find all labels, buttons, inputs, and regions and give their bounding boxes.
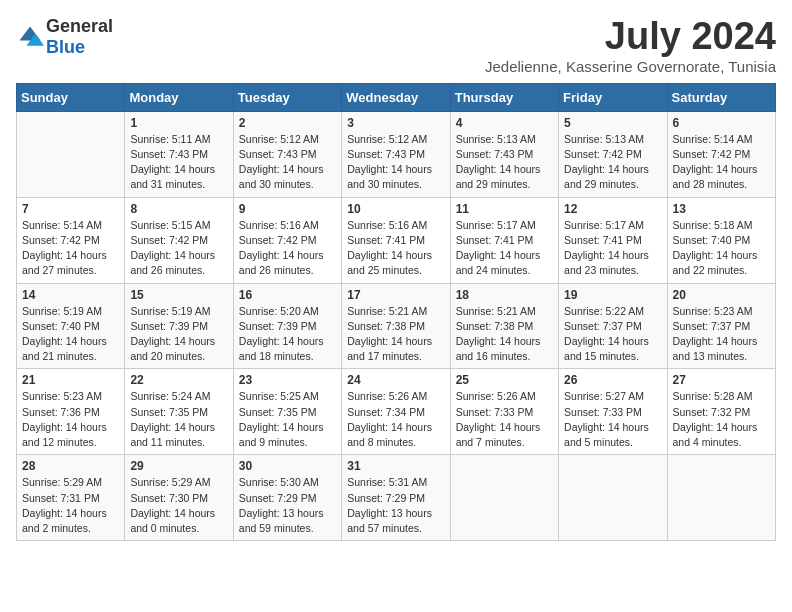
day-info: Sunrise: 5:13 AMSunset: 7:43 PMDaylight:…: [456, 132, 553, 193]
day-number: 30: [239, 459, 336, 473]
day-number: 13: [673, 202, 770, 216]
calendar-table: SundayMondayTuesdayWednesdayThursdayFrid…: [16, 83, 776, 541]
logo-blue-text: Blue: [46, 37, 85, 57]
day-number: 25: [456, 373, 553, 387]
calendar-cell: 26Sunrise: 5:27 AMSunset: 7:33 PMDayligh…: [559, 369, 667, 455]
day-number: 16: [239, 288, 336, 302]
day-number: 15: [130, 288, 227, 302]
calendar-week-4: 21Sunrise: 5:23 AMSunset: 7:36 PMDayligh…: [17, 369, 776, 455]
day-info: Sunrise: 5:20 AMSunset: 7:39 PMDaylight:…: [239, 304, 336, 365]
day-number: 19: [564, 288, 661, 302]
calendar-cell: 1Sunrise: 5:11 AMSunset: 7:43 PMDaylight…: [125, 111, 233, 197]
calendar-week-3: 14Sunrise: 5:19 AMSunset: 7:40 PMDayligh…: [17, 283, 776, 369]
day-number: 12: [564, 202, 661, 216]
calendar-cell: 13Sunrise: 5:18 AMSunset: 7:40 PMDayligh…: [667, 197, 775, 283]
day-number: 9: [239, 202, 336, 216]
calendar-cell: 2Sunrise: 5:12 AMSunset: 7:43 PMDaylight…: [233, 111, 341, 197]
calendar-cell: 18Sunrise: 5:21 AMSunset: 7:38 PMDayligh…: [450, 283, 558, 369]
calendar-cell: 22Sunrise: 5:24 AMSunset: 7:35 PMDayligh…: [125, 369, 233, 455]
day-info: Sunrise: 5:26 AMSunset: 7:33 PMDaylight:…: [456, 389, 553, 450]
calendar-cell: 20Sunrise: 5:23 AMSunset: 7:37 PMDayligh…: [667, 283, 775, 369]
day-number: 7: [22, 202, 119, 216]
day-number: 10: [347, 202, 444, 216]
calendar-cell: 19Sunrise: 5:22 AMSunset: 7:37 PMDayligh…: [559, 283, 667, 369]
day-info: Sunrise: 5:17 AMSunset: 7:41 PMDaylight:…: [564, 218, 661, 279]
day-number: 2: [239, 116, 336, 130]
day-number: 18: [456, 288, 553, 302]
day-info: Sunrise: 5:30 AMSunset: 7:29 PMDaylight:…: [239, 475, 336, 536]
day-number: 17: [347, 288, 444, 302]
day-info: Sunrise: 5:12 AMSunset: 7:43 PMDaylight:…: [239, 132, 336, 193]
day-number: 21: [22, 373, 119, 387]
day-info: Sunrise: 5:13 AMSunset: 7:42 PMDaylight:…: [564, 132, 661, 193]
day-info: Sunrise: 5:28 AMSunset: 7:32 PMDaylight:…: [673, 389, 770, 450]
header-saturday: Saturday: [667, 83, 775, 111]
day-info: Sunrise: 5:16 AMSunset: 7:41 PMDaylight:…: [347, 218, 444, 279]
calendar-cell: 24Sunrise: 5:26 AMSunset: 7:34 PMDayligh…: [342, 369, 450, 455]
day-info: Sunrise: 5:26 AMSunset: 7:34 PMDaylight:…: [347, 389, 444, 450]
calendar-week-2: 7Sunrise: 5:14 AMSunset: 7:42 PMDaylight…: [17, 197, 776, 283]
day-number: 14: [22, 288, 119, 302]
calendar-cell: 9Sunrise: 5:16 AMSunset: 7:42 PMDaylight…: [233, 197, 341, 283]
day-info: Sunrise: 5:11 AMSunset: 7:43 PMDaylight:…: [130, 132, 227, 193]
calendar-cell: 8Sunrise: 5:15 AMSunset: 7:42 PMDaylight…: [125, 197, 233, 283]
calendar-cell: [667, 455, 775, 541]
calendar-cell: 12Sunrise: 5:17 AMSunset: 7:41 PMDayligh…: [559, 197, 667, 283]
calendar-cell: 21Sunrise: 5:23 AMSunset: 7:36 PMDayligh…: [17, 369, 125, 455]
page-header: General Blue July 2024 Jedelienne, Kasse…: [16, 16, 776, 75]
calendar-cell: 6Sunrise: 5:14 AMSunset: 7:42 PMDaylight…: [667, 111, 775, 197]
calendar-cell: [17, 111, 125, 197]
day-number: 23: [239, 373, 336, 387]
day-number: 20: [673, 288, 770, 302]
day-info: Sunrise: 5:31 AMSunset: 7:29 PMDaylight:…: [347, 475, 444, 536]
day-number: 26: [564, 373, 661, 387]
day-info: Sunrise: 5:24 AMSunset: 7:35 PMDaylight:…: [130, 389, 227, 450]
header-tuesday: Tuesday: [233, 83, 341, 111]
calendar-cell: 28Sunrise: 5:29 AMSunset: 7:31 PMDayligh…: [17, 455, 125, 541]
day-number: 6: [673, 116, 770, 130]
header-friday: Friday: [559, 83, 667, 111]
logo-icon: [16, 23, 44, 51]
day-info: Sunrise: 5:21 AMSunset: 7:38 PMDaylight:…: [456, 304, 553, 365]
day-info: Sunrise: 5:15 AMSunset: 7:42 PMDaylight:…: [130, 218, 227, 279]
calendar-week-1: 1Sunrise: 5:11 AMSunset: 7:43 PMDaylight…: [17, 111, 776, 197]
day-number: 11: [456, 202, 553, 216]
header-monday: Monday: [125, 83, 233, 111]
title-block: July 2024 Jedelienne, Kasserine Governor…: [485, 16, 776, 75]
day-number: 28: [22, 459, 119, 473]
day-number: 3: [347, 116, 444, 130]
day-info: Sunrise: 5:19 AMSunset: 7:39 PMDaylight:…: [130, 304, 227, 365]
calendar-week-5: 28Sunrise: 5:29 AMSunset: 7:31 PMDayligh…: [17, 455, 776, 541]
day-info: Sunrise: 5:22 AMSunset: 7:37 PMDaylight:…: [564, 304, 661, 365]
calendar-header-row: SundayMondayTuesdayWednesdayThursdayFrid…: [17, 83, 776, 111]
day-number: 29: [130, 459, 227, 473]
calendar-cell: 27Sunrise: 5:28 AMSunset: 7:32 PMDayligh…: [667, 369, 775, 455]
day-number: 5: [564, 116, 661, 130]
location-subtitle: Jedelienne, Kasserine Governorate, Tunis…: [485, 58, 776, 75]
day-info: Sunrise: 5:25 AMSunset: 7:35 PMDaylight:…: [239, 389, 336, 450]
calendar-cell: 17Sunrise: 5:21 AMSunset: 7:38 PMDayligh…: [342, 283, 450, 369]
day-info: Sunrise: 5:16 AMSunset: 7:42 PMDaylight:…: [239, 218, 336, 279]
day-info: Sunrise: 5:14 AMSunset: 7:42 PMDaylight:…: [673, 132, 770, 193]
day-info: Sunrise: 5:23 AMSunset: 7:36 PMDaylight:…: [22, 389, 119, 450]
day-info: Sunrise: 5:21 AMSunset: 7:38 PMDaylight:…: [347, 304, 444, 365]
day-number: 24: [347, 373, 444, 387]
calendar-cell: 4Sunrise: 5:13 AMSunset: 7:43 PMDaylight…: [450, 111, 558, 197]
day-number: 1: [130, 116, 227, 130]
logo-general-text: General: [46, 16, 113, 36]
day-info: Sunrise: 5:29 AMSunset: 7:30 PMDaylight:…: [130, 475, 227, 536]
day-info: Sunrise: 5:29 AMSunset: 7:31 PMDaylight:…: [22, 475, 119, 536]
day-info: Sunrise: 5:14 AMSunset: 7:42 PMDaylight:…: [22, 218, 119, 279]
calendar-cell: 3Sunrise: 5:12 AMSunset: 7:43 PMDaylight…: [342, 111, 450, 197]
day-info: Sunrise: 5:27 AMSunset: 7:33 PMDaylight:…: [564, 389, 661, 450]
day-info: Sunrise: 5:18 AMSunset: 7:40 PMDaylight:…: [673, 218, 770, 279]
header-wednesday: Wednesday: [342, 83, 450, 111]
calendar-cell: 16Sunrise: 5:20 AMSunset: 7:39 PMDayligh…: [233, 283, 341, 369]
header-thursday: Thursday: [450, 83, 558, 111]
day-number: 8: [130, 202, 227, 216]
day-number: 4: [456, 116, 553, 130]
calendar-cell: 11Sunrise: 5:17 AMSunset: 7:41 PMDayligh…: [450, 197, 558, 283]
calendar-cell: 7Sunrise: 5:14 AMSunset: 7:42 PMDaylight…: [17, 197, 125, 283]
calendar-cell: 23Sunrise: 5:25 AMSunset: 7:35 PMDayligh…: [233, 369, 341, 455]
day-info: Sunrise: 5:23 AMSunset: 7:37 PMDaylight:…: [673, 304, 770, 365]
